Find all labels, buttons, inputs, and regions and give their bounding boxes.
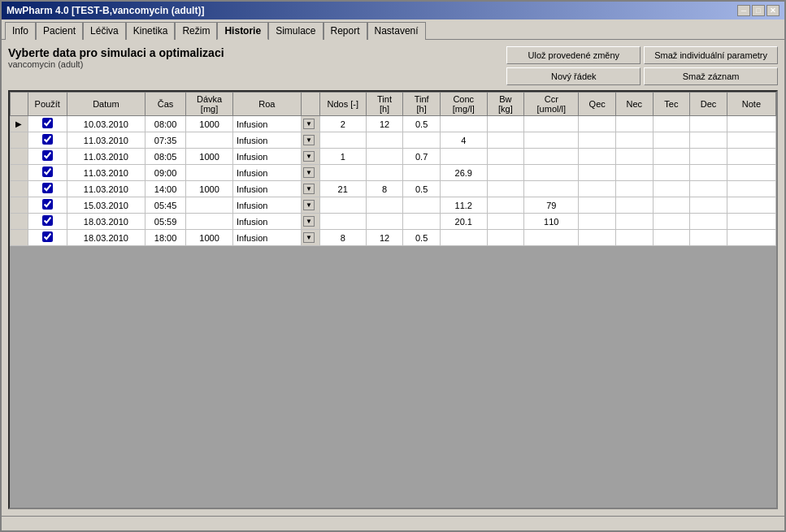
tab-kinetika[interactable]: Kinetika xyxy=(126,22,176,40)
row-tinf: 0.5 xyxy=(403,181,441,197)
row-datum: 18.03.2010 xyxy=(67,230,145,246)
row-arrow xyxy=(11,132,28,149)
row-datum: 11.03.2010 xyxy=(67,165,145,181)
pouzit-checkbox[interactable] xyxy=(42,118,53,128)
row-note xyxy=(727,230,775,246)
uloz-button[interactable]: Ulož provedené změny xyxy=(506,46,641,64)
row-tinf: 0.5 xyxy=(403,230,441,246)
pouzit-checkbox[interactable] xyxy=(42,134,53,145)
pouzit-checkbox[interactable] xyxy=(42,215,53,226)
tab-report[interactable]: Report xyxy=(324,22,367,40)
chevron-down-icon[interactable]: ▼ xyxy=(303,151,315,162)
row-note xyxy=(727,181,775,197)
col-qec: Qec xyxy=(579,93,616,116)
row-arrow xyxy=(11,214,28,230)
row-tec xyxy=(653,132,690,149)
pouzit-checkbox[interactable] xyxy=(42,199,53,210)
row-dec xyxy=(690,132,727,149)
row-ccr xyxy=(524,165,579,181)
pouzit-checkbox[interactable] xyxy=(42,183,53,193)
pouzit-checkbox[interactable] xyxy=(42,167,53,177)
row-conc: 4 xyxy=(440,132,487,149)
row-tinf xyxy=(403,214,441,230)
row-ccr xyxy=(524,149,579,165)
tab-info[interactable]: Info xyxy=(5,22,36,40)
row-nec xyxy=(616,132,654,149)
main-window: MwPharm 4.0 [TEST-B,vancomycin (adult)] … xyxy=(0,0,786,532)
row-note xyxy=(727,132,775,149)
col-cas: Čas xyxy=(145,93,185,116)
row-bw xyxy=(487,181,524,197)
maximize-button[interactable]: □ xyxy=(752,5,765,16)
menu-bar: Info Pacient Léčiva Kinetika Režim Histo… xyxy=(2,19,784,40)
row-roa-dropdown[interactable]: ▼ xyxy=(301,181,319,197)
tab-rezim[interactable]: Režim xyxy=(175,22,217,40)
pouzit-checkbox[interactable] xyxy=(42,231,53,242)
row-tec xyxy=(653,165,690,181)
row-roa-dropdown[interactable]: ▼ xyxy=(301,230,319,246)
row-tint xyxy=(366,197,403,214)
row-nec xyxy=(616,181,654,197)
row-tint: 8 xyxy=(366,181,403,197)
row-davka: 1000 xyxy=(186,230,233,246)
row-bw xyxy=(487,165,524,181)
row-dec xyxy=(690,165,727,181)
tab-nastaveni[interactable]: Nastavení xyxy=(367,22,426,40)
row-pouzit[interactable] xyxy=(28,181,67,197)
row-nec xyxy=(616,116,654,132)
row-pouzit[interactable] xyxy=(28,230,67,246)
col-roa: Roa xyxy=(232,93,301,116)
row-roa-dropdown[interactable]: ▼ xyxy=(301,165,319,181)
row-roa: Infusion xyxy=(232,197,301,214)
row-pouzit[interactable] xyxy=(28,197,67,214)
chevron-down-icon[interactable]: ▼ xyxy=(303,119,315,129)
row-roa-dropdown[interactable]: ▼ xyxy=(301,132,319,149)
row-cas: 08:05 xyxy=(145,149,185,165)
row-pouzit[interactable] xyxy=(28,214,67,230)
tab-leciva[interactable]: Léčiva xyxy=(83,22,126,40)
row-cas: 05:59 xyxy=(145,214,185,230)
row-tint xyxy=(366,132,403,149)
row-qec xyxy=(579,197,616,214)
chevron-down-icon[interactable]: ▼ xyxy=(303,184,315,194)
chevron-down-icon[interactable]: ▼ xyxy=(303,200,315,210)
data-table-container[interactable]: Použít Datum Čas Dávka[mg] Roa Ndos [-] … xyxy=(8,90,778,509)
row-pouzit[interactable] xyxy=(28,165,67,181)
smaz-zaznam-button[interactable]: Smaž záznam xyxy=(644,67,778,85)
chevron-down-icon[interactable]: ▼ xyxy=(303,135,315,145)
novy-radek-button[interactable]: Nový řádek xyxy=(506,67,641,85)
close-button[interactable]: ✕ xyxy=(766,5,779,16)
pouzit-checkbox[interactable] xyxy=(42,150,53,161)
row-nec xyxy=(616,214,654,230)
row-bw xyxy=(487,132,524,149)
row-qec xyxy=(579,165,616,181)
row-pouzit[interactable] xyxy=(28,116,67,132)
tab-historie[interactable]: Historie xyxy=(217,22,268,40)
row-ccr xyxy=(524,132,579,149)
row-conc: 11.2 xyxy=(440,197,487,214)
row-pouzit[interactable] xyxy=(28,132,67,149)
minimize-button[interactable]: ─ xyxy=(737,5,750,16)
smaz-individual-button[interactable]: Smaž individuální parametry xyxy=(644,46,778,64)
row-ndos xyxy=(319,214,366,230)
tab-simulace[interactable]: Simulace xyxy=(268,22,323,40)
row-bw xyxy=(487,149,524,165)
row-ccr: 79 xyxy=(524,197,579,214)
row-davka xyxy=(186,197,233,214)
row-roa-dropdown[interactable]: ▼ xyxy=(301,149,319,165)
row-tec xyxy=(653,214,690,230)
row-roa-dropdown[interactable]: ▼ xyxy=(301,116,319,132)
chevron-down-icon[interactable]: ▼ xyxy=(303,216,315,227)
table-row: 11.03.201008:051000Infusion▼10.7 xyxy=(11,149,776,165)
row-davka xyxy=(186,132,233,149)
page-subtitle: vancomycin (adult) xyxy=(8,59,224,69)
row-nec xyxy=(616,165,654,181)
window-controls: ─ □ ✕ xyxy=(737,5,779,16)
chevron-down-icon[interactable]: ▼ xyxy=(303,167,315,178)
row-roa-dropdown[interactable]: ▼ xyxy=(301,197,319,214)
row-pouzit[interactable] xyxy=(28,149,67,165)
chevron-down-icon[interactable]: ▼ xyxy=(303,232,315,243)
row-roa-dropdown[interactable]: ▼ xyxy=(301,214,319,230)
content-area: Vyberte data pro simulaci a optimalizaci… xyxy=(2,40,784,516)
tab-pacient[interactable]: Pacient xyxy=(36,22,83,40)
